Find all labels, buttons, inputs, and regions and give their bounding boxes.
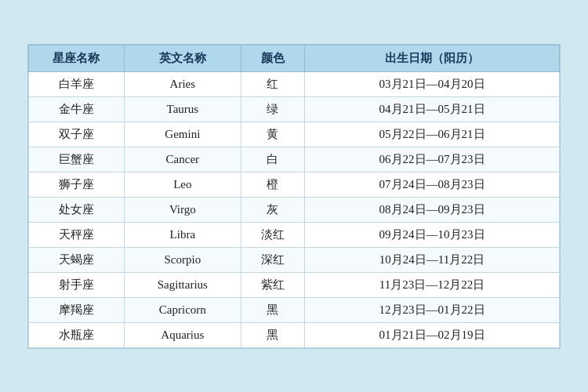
cell-color: 灰 (241, 197, 304, 222)
zodiac-table: 星座名称 英文名称 颜色 出生日期（阳历） 白羊座Aries红03月21日—04… (28, 45, 560, 348)
header-color: 颜色 (241, 45, 304, 71)
cell-cn: 白羊座 (29, 71, 125, 96)
table-header-row: 星座名称 英文名称 颜色 出生日期（阳历） (29, 45, 560, 71)
cell-en: Aquarius (124, 322, 241, 347)
cell-en: Capricorn (124, 297, 241, 322)
table-row: 白羊座Aries红03月21日—04月20日 (29, 71, 560, 96)
cell-cn: 摩羯座 (29, 297, 125, 322)
cell-date: 06月22日—07月23日 (305, 147, 560, 172)
cell-color: 淡红 (241, 222, 304, 247)
cell-en: Aries (124, 71, 241, 96)
cell-color: 白 (241, 147, 304, 172)
cell-date: 09月24日—10月23日 (305, 222, 560, 247)
cell-date: 03月21日—04月20日 (305, 71, 560, 96)
cell-en: Cancer (124, 147, 241, 172)
cell-color: 绿 (241, 96, 304, 122)
cell-color: 紫红 (241, 272, 304, 297)
cell-en: Scorpio (124, 247, 241, 272)
table-row: 狮子座Leo橙07月24日—08月23日 (29, 172, 560, 197)
cell-date: 10月24日—11月22日 (305, 247, 560, 272)
cell-color: 红 (241, 71, 304, 96)
cell-en: Virgo (124, 197, 241, 222)
cell-color: 橙 (241, 172, 304, 197)
cell-cn: 狮子座 (29, 172, 125, 197)
cell-color: 黄 (241, 122, 304, 147)
cell-cn: 天秤座 (29, 222, 125, 247)
cell-en: Taurus (124, 96, 241, 122)
cell-cn: 处女座 (29, 197, 125, 222)
header-cn: 星座名称 (29, 45, 125, 71)
cell-date: 04月21日—05月21日 (305, 96, 560, 122)
table-row: 金牛座Taurus绿04月21日—05月21日 (29, 96, 560, 122)
table-row: 摩羯座Capricorn黑12月23日—01月22日 (29, 297, 560, 322)
cell-date: 12月23日—01月22日 (305, 297, 560, 322)
cell-date: 01月21日—02月19日 (305, 322, 560, 347)
cell-en: Libra (124, 222, 241, 247)
cell-cn: 金牛座 (29, 96, 125, 122)
cell-date: 11月23日—12月22日 (305, 272, 560, 297)
cell-date: 07月24日—08月23日 (305, 172, 560, 197)
table-row: 天蝎座Scorpio深红10月24日—11月22日 (29, 247, 560, 272)
zodiac-table-container: 星座名称 英文名称 颜色 出生日期（阳历） 白羊座Aries红03月21日—04… (27, 44, 561, 349)
cell-color: 黑 (241, 322, 304, 347)
header-date: 出生日期（阳历） (305, 45, 560, 71)
header-en: 英文名称 (124, 45, 241, 71)
table-row: 射手座Sagittarius紫红11月23日—12月22日 (29, 272, 560, 297)
cell-en: Leo (124, 172, 241, 197)
cell-cn: 水瓶座 (29, 322, 125, 347)
cell-en: Gemini (124, 122, 241, 147)
table-row: 双子座Gemini黄05月22日—06月21日 (29, 122, 560, 147)
cell-date: 08月24日—09月23日 (305, 197, 560, 222)
table-row: 天秤座Libra淡红09月24日—10月23日 (29, 222, 560, 247)
table-row: 巨蟹座Cancer白06月22日—07月23日 (29, 147, 560, 172)
cell-color: 黑 (241, 297, 304, 322)
table-row: 处女座Virgo灰08月24日—09月23日 (29, 197, 560, 222)
cell-cn: 射手座 (29, 272, 125, 297)
cell-date: 05月22日—06月21日 (305, 122, 560, 147)
cell-cn: 巨蟹座 (29, 147, 125, 172)
cell-color: 深红 (241, 247, 304, 272)
cell-cn: 天蝎座 (29, 247, 125, 272)
cell-cn: 双子座 (29, 122, 125, 147)
cell-en: Sagittarius (124, 272, 241, 297)
table-row: 水瓶座Aquarius黑01月21日—02月19日 (29, 322, 560, 347)
